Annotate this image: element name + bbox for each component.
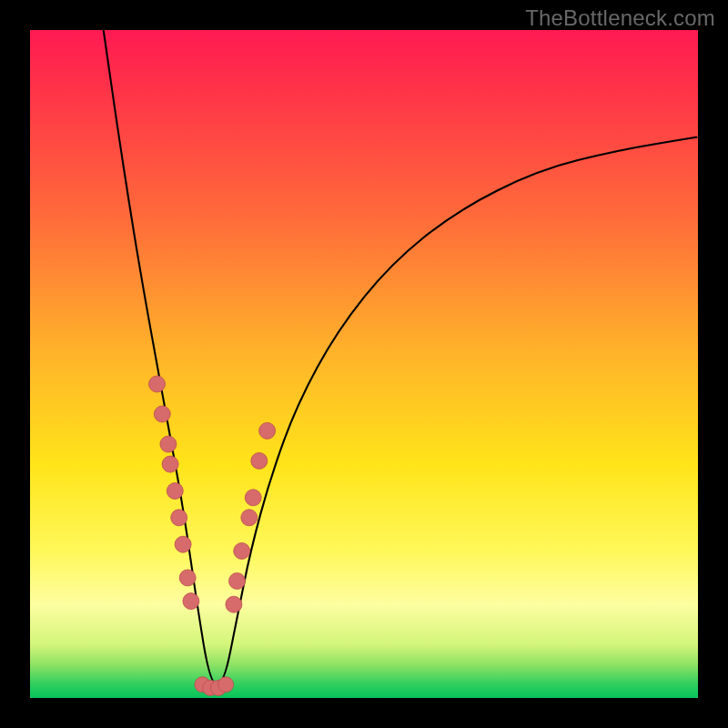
chart-frame: TheBottleneck.com xyxy=(0,0,728,728)
plot-gradient-background xyxy=(30,30,698,698)
watermark-text: TheBottleneck.com xyxy=(525,5,715,31)
